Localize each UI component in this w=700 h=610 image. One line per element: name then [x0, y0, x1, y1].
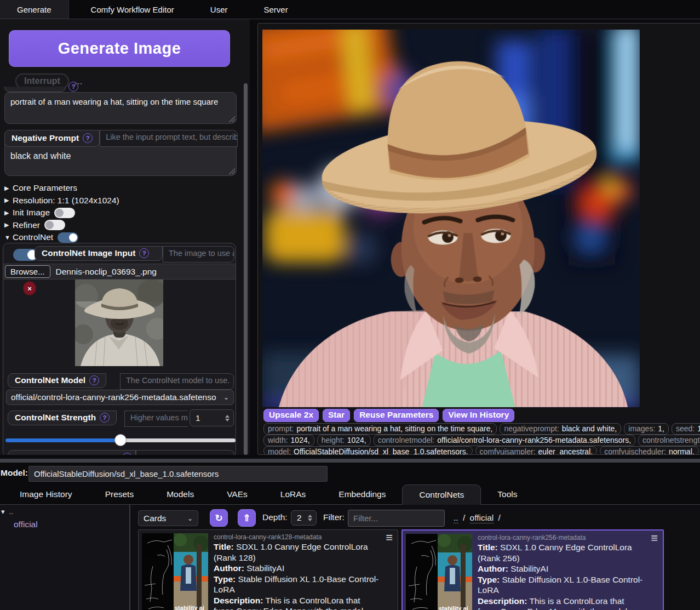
help-icon[interactable]: ? — [83, 133, 93, 143]
controlnet-model-select[interactable]: official/control-lora-canny-rank256-meta… — [6, 390, 234, 405]
bottom-tab[interactable]: Models — [150, 484, 210, 504]
model-cards: stability ai ≡ control-lora-canny-rank12… — [138, 529, 664, 610]
prompt-textarea[interactable]: portrait of a man wearing a hat, sitting… — [4, 92, 237, 124]
controlnet-model-card[interactable]: stability ai ≡ control-lora-canny-rank25… — [401, 529, 664, 610]
param-chip: width:1024, — [263, 435, 314, 446]
image-action-button[interactable]: Star — [323, 409, 350, 422]
section-header[interactable]: ▶ Resolution: 1:1 (1024x1024) — [4, 195, 119, 207]
negative-prompt-label: Negative Prompt ? — [4, 130, 100, 147]
generated-image[interactable] — [262, 30, 640, 407]
card-type: Type: Stable Diffusion XL 1.0-Base Contr… — [478, 574, 644, 596]
tree-item-up[interactable]: ▾ .. — [1, 508, 13, 516]
chevron-down-icon: ⌄ — [223, 394, 229, 401]
help-icon[interactable]: ? — [100, 413, 110, 423]
panel-splitter[interactable] — [0, 459, 700, 463]
param-chip: comfyuischeduler:normal, — [600, 446, 699, 455]
parameter-sections: ▶ Core Parameters ▶ Resolution: 1:1 (102… — [4, 182, 119, 244]
card-model-name: control-lora-canny-rank128-metadata — [214, 533, 379, 541]
top-nav: Generate Comfy Workflow Editor User Serv… — [0, 0, 700, 19]
bottom-tab[interactable]: LoRAs — [264, 484, 323, 504]
card-description: Description: This is a ControlLora that … — [214, 595, 379, 610]
scrollbar-thumb[interactable] — [244, 83, 248, 455]
left-panel-scrollbar[interactable] — [243, 83, 248, 455]
bottom-tab[interactable]: Tools — [481, 484, 533, 504]
section-toggle[interactable] — [58, 232, 78, 243]
param-chip: comfyuisampler:euler_ancestral, — [475, 446, 598, 455]
controlnet-input-thumbnail[interactable] — [75, 280, 163, 366]
tree-item-official[interactable]: official — [14, 520, 38, 529]
clipped-next-label: ? — [8, 450, 136, 455]
controlnet-strength-input[interactable]: 1 — [190, 409, 234, 426]
card-title: Title: SDXL 1.0 Canny Edge ControlLora (… — [478, 542, 644, 563]
section-toggle[interactable] — [54, 208, 75, 218]
section-header[interactable]: ▶ Init Image — [4, 207, 119, 219]
resize-handle-icon[interactable] — [228, 168, 235, 174]
top-nav-tab[interactable]: User — [196, 0, 242, 19]
model-bar: Model: — [0, 463, 700, 484]
breadcrumb-official-link[interactable]: official — [470, 513, 494, 523]
section-header[interactable]: ▼ ControlNet — [4, 231, 119, 244]
bottom-tab[interactable]: Image History — [3, 484, 89, 504]
filter-input[interactable] — [348, 510, 445, 527]
negative-prompt-textarea[interactable]: black and white — [5, 148, 76, 164]
param-chip: model:OfficialStableDiffusion/sd_xl_base… — [263, 446, 473, 455]
section-header[interactable]: ▶ Core Parameters — [4, 182, 119, 195]
param-chip: controlnetmodel:official/control-lora-ca… — [374, 435, 635, 446]
card-menu-icon[interactable]: ≡ — [651, 531, 658, 545]
controlnet-model-label: ControlNet Model ? — [8, 373, 106, 388]
card-thumbnail: stability ai — [142, 533, 208, 610]
image-params-row: prompt:portrait of a man wearing a hat, … — [263, 423, 700, 435]
current-model-input[interactable] — [28, 466, 328, 482]
image-viewer-panel: Upscale 2x Star Reuse Parameters View In… — [257, 23, 700, 455]
help-icon[interactable]: ? — [68, 82, 78, 92]
section-arrow-icon: ▼ — [4, 234, 13, 241]
card-type: Type: Stable Diffusion XL 1.0-Base Contr… — [214, 574, 379, 595]
chevron-down-icon: ▾ — [1, 508, 5, 516]
top-nav-tab[interactable]: Generate — [0, 0, 69, 19]
view-mode-select[interactable]: Cards ⌄ — [138, 510, 198, 526]
selected-file-name: Dennis-noclip_03693_.png — [56, 267, 157, 277]
image-params-row-clipped: model:OfficialStableDiffusion/sd_xl_base… — [263, 446, 700, 455]
controlnets-browser: ▾ .. official Cards ⌄ ↻ ⇑ Depth: 2 Filte… — [0, 505, 700, 610]
controlnet-model-card[interactable]: stability ai ≡ control-lora-canny-rank12… — [138, 529, 398, 610]
svg-text:stability ai: stability ai — [175, 605, 204, 610]
help-icon[interactable]: ? — [139, 248, 149, 258]
up-folder-button[interactable]: ⇑ — [238, 509, 256, 527]
depth-input[interactable]: 2 — [291, 510, 317, 526]
param-chip: negativeprompt:black and white, — [500, 423, 621, 435]
number-spinner[interactable] — [308, 515, 316, 521]
help-icon[interactable]: ? — [89, 375, 99, 385]
section-header[interactable]: ▶ Refiner — [4, 219, 119, 232]
top-nav-tab[interactable]: Server — [249, 0, 302, 19]
controlnet-strength-slider[interactable] — [5, 434, 236, 446]
param-chip: prompt:portrait of a man wearing a hat, … — [263, 423, 497, 435]
card-menu-icon[interactable]: ≡ — [386, 531, 393, 545]
svg-text:stability ai: stability ai — [439, 605, 468, 610]
prompt-label-clipped: ? — [4, 87, 66, 92]
refresh-button[interactable]: ↻ — [210, 509, 228, 527]
remove-image-button[interactable]: × — [24, 282, 36, 295]
bottom-tab[interactable]: Embeddings — [322, 484, 402, 504]
breadcrumb-up-link[interactable]: .. — [454, 513, 458, 523]
top-nav-tab[interactable]: Comfy Workflow Editor — [77, 0, 188, 19]
negative-prompt-hint: Like the input prompt text, but describ — [100, 130, 238, 147]
slider-thumb[interactable] — [114, 434, 127, 446]
image-action-button[interactable]: Upscale 2x — [263, 409, 319, 422]
browse-button[interactable]: Browse... — [5, 265, 50, 278]
image-action-button[interactable]: Reuse Parameters — [354, 409, 439, 422]
section-toggle[interactable] — [44, 220, 65, 230]
bottom-tab[interactable]: Presets — [89, 484, 151, 504]
section-arrow-icon: ▶ — [4, 197, 13, 204]
controlnet-strength-label: ControlNet Strength ? — [8, 411, 117, 425]
bottom-tab[interactable]: VAEs — [210, 484, 264, 504]
chevron-down-icon: ⌄ — [187, 515, 193, 522]
generate-image-button[interactable]: Generate Image — [9, 30, 230, 67]
card-author: Author: StabilityAI — [214, 563, 379, 574]
image-action-button[interactable]: View In History — [443, 409, 514, 422]
bottom-tab[interactable]: ControlNets — [402, 484, 481, 505]
breadcrumb: .. / official / — [454, 513, 503, 523]
card-title: Title: SDXL 1.0 Canny Edge ControlLora (… — [214, 541, 379, 563]
number-spinner[interactable] — [225, 415, 233, 421]
resize-handle-icon[interactable] — [228, 116, 235, 122]
generate-panel: Generate Image Interrupt ... ? portrait … — [0, 19, 250, 455]
